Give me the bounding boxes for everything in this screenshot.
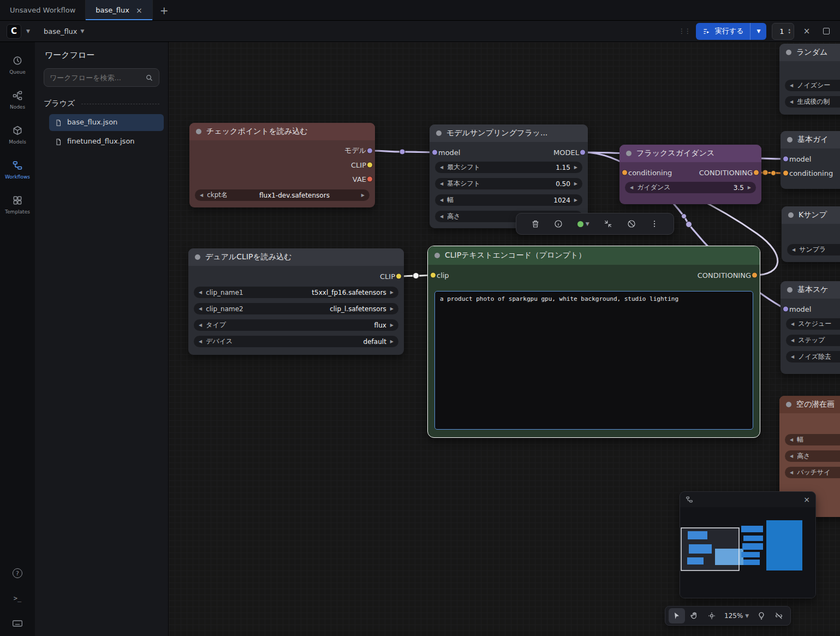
- conditioning-output-slot[interactable]: [752, 273, 757, 278]
- widget-denoise[interactable]: ◀ ノイズ除去: [786, 351, 840, 362]
- widget-noise-seed[interactable]: ◀ ノイズシー: [785, 80, 840, 91]
- workflow-file-item[interactable]: finetuned_flux.json: [49, 133, 164, 150]
- node-basic-guider[interactable]: 基本ガイ model conditioning: [781, 131, 840, 189]
- new-workflow-tab-button[interactable]: +: [153, 0, 176, 20]
- decrement-icon[interactable]: ◀: [440, 165, 443, 170]
- run-options-chevron-icon[interactable]: ▼: [750, 23, 766, 40]
- decrement-icon[interactable]: ◀: [199, 323, 202, 328]
- minimap-viewport[interactable]: [681, 528, 739, 570]
- terminal-button[interactable]: >_: [0, 586, 35, 611]
- conditioning-input-slot[interactable]: [622, 170, 627, 175]
- node-header[interactable]: フラックスガイダンス: [619, 145, 761, 162]
- decrement-icon[interactable]: ▾: [788, 31, 790, 34]
- decrement-icon[interactable]: ◀: [440, 214, 443, 219]
- increment-icon[interactable]: ▶: [361, 193, 365, 198]
- decrement-icon[interactable]: ◀: [791, 338, 794, 343]
- widget-guidance[interactable]: ◀ ガイダンス 3.5 ▶: [625, 182, 756, 193]
- node-header[interactable]: モデルサンプリングフラッ...: [430, 124, 588, 142]
- fit-view-button[interactable]: [704, 608, 720, 623]
- node-header[interactable]: 空の潜在画: [779, 396, 840, 413]
- decrement-icon[interactable]: ◀: [791, 322, 794, 326]
- widget-width[interactable]: ◀ 幅 1024 ▶: [435, 194, 582, 206]
- widget-device[interactable]: ◀ デバイス default ▶: [194, 336, 398, 347]
- prompt-text-input[interactable]: a product photo of sparkgpu gpu, white b…: [434, 291, 753, 430]
- decrement-icon[interactable]: ◀: [199, 306, 202, 311]
- tab-base-flux[interactable]: base_flux ×: [86, 0, 152, 20]
- collapse-node-button[interactable]: [604, 219, 612, 228]
- close-minimap-icon[interactable]: ×: [803, 495, 810, 504]
- node-flux-guidance[interactable]: フラックスガイダンス conditioning CONDITIONING ◀ ガ…: [619, 145, 761, 204]
- widget-batch-size[interactable]: ◀ バッチサイ: [785, 467, 840, 478]
- collapse-dot-icon[interactable]: [786, 50, 791, 55]
- node-header[interactable]: CLIPテキストエンコード（プロンプト）: [428, 246, 760, 265]
- collapse-dot-icon[interactable]: [196, 129, 201, 134]
- decrement-icon[interactable]: ◀: [790, 83, 793, 88]
- increment-icon[interactable]: ▶: [574, 181, 577, 186]
- comfyui-logo[interactable]: C: [7, 24, 21, 39]
- node-header[interactable]: ランダム: [779, 44, 840, 61]
- widget-sampler-name[interactable]: ◀ サンプラ: [787, 244, 840, 255]
- widget-scheduler[interactable]: ◀ スケジュー: [786, 318, 840, 330]
- vae-output-slot[interactable]: [367, 177, 372, 182]
- increment-icon[interactable]: ▶: [390, 290, 394, 295]
- widget-height[interactable]: ◀ 高さ: [785, 450, 840, 462]
- decrement-icon[interactable]: ◀: [791, 354, 794, 359]
- batch-stepper[interactable]: ▴▾: [788, 28, 790, 34]
- toggle-panel-button[interactable]: [819, 24, 833, 38]
- collapse-dot-icon[interactable]: [626, 151, 632, 156]
- conditioning-input-slot[interactable]: [783, 171, 788, 176]
- collapse-dot-icon[interactable]: [788, 212, 794, 218]
- model-input-slot[interactable]: [783, 157, 788, 162]
- collapse-dot-icon[interactable]: [195, 254, 200, 260]
- decrement-icon[interactable]: ◀: [792, 247, 795, 252]
- decrement-icon[interactable]: ◀: [200, 193, 203, 198]
- collapse-dot-icon[interactable]: [786, 402, 791, 407]
- drag-handle-icon[interactable]: ⋮⋮: [678, 27, 690, 35]
- node-basic-scheduler[interactable]: 基本スケ model ◀ スケジュー ◀ ステップ: [781, 281, 840, 374]
- widget-type[interactable]: ◀ タイプ flux ▶: [194, 319, 398, 331]
- node-canvas[interactable]: チェックポイントを読み込む モデル CLIP VAE: [169, 42, 840, 636]
- logo-chevron-down-icon[interactable]: ▼: [26, 28, 30, 34]
- widget-control-after-generate[interactable]: ◀ 生成後の制: [785, 96, 840, 108]
- model-output-slot[interactable]: [580, 150, 585, 155]
- decrement-icon[interactable]: ◀: [440, 198, 443, 203]
- node-header[interactable]: チェックポイントを読み込む: [189, 123, 375, 140]
- decrement-icon[interactable]: ◀: [199, 290, 202, 295]
- workflow-file-item[interactable]: base_flux.json: [49, 114, 164, 131]
- sidebar-item-workflows[interactable]: Workflows: [0, 152, 35, 187]
- clip-output-slot[interactable]: [367, 163, 372, 168]
- clip-output-slot[interactable]: [396, 274, 401, 279]
- node-clip-text-encode[interactable]: CLIPテキストエンコード（プロンプト） clip CONDITIONING a…: [427, 246, 760, 438]
- run-button[interactable]: 実行する ▼: [696, 23, 767, 40]
- delete-node-button[interactable]: [531, 219, 540, 228]
- batch-count-control[interactable]: 1 ▴▾: [772, 23, 794, 40]
- workflow-search-input[interactable]: [50, 74, 141, 82]
- node-header[interactable]: Kサンプ: [782, 206, 840, 224]
- close-tab-icon[interactable]: ×: [136, 7, 142, 14]
- sidebar-item-nodes[interactable]: Nodes: [0, 82, 35, 117]
- sidebar-item-templates[interactable]: Templates: [0, 187, 35, 222]
- sidebar-item-queue[interactable]: Queue: [0, 47, 35, 82]
- widget-ckpt-name[interactable]: ◀ ckpt名 flux1-dev.safetensors ▶: [195, 189, 370, 201]
- increment-icon[interactable]: ▶: [574, 198, 577, 203]
- select-tool-button[interactable]: [669, 608, 685, 623]
- node-random-noise[interactable]: ランダム ◀ ノイズシー ◀ 生成後の制: [779, 44, 840, 115]
- decrement-icon[interactable]: ◀: [790, 470, 793, 475]
- decrement-icon[interactable]: ◀: [440, 181, 443, 186]
- conditioning-output-slot[interactable]: [754, 170, 759, 175]
- widget-clip-name2[interactable]: ◀ clip_name2 clip_l.safetensors ▶: [194, 303, 398, 314]
- widget-base-shift[interactable]: ◀ 基本シフト 0.50 ▶: [435, 178, 582, 189]
- collapse-dot-icon[interactable]: [787, 137, 793, 142]
- tab-unsaved-workflow[interactable]: Unsaved Workflow: [0, 0, 86, 20]
- node-dual-clip-loader[interactable]: デュアルCLIPを読み込む CLIP ◀ clip_name1 t5xxl_fp…: [188, 248, 404, 355]
- widget-width[interactable]: ◀ 幅: [785, 434, 840, 445]
- collapse-dot-icon[interactable]: [434, 253, 440, 258]
- zoom-level-button[interactable]: 125% ▼: [721, 608, 752, 623]
- widget-clip-name1[interactable]: ◀ clip_name1 t5xxl_fp16.safetensors ▶: [194, 287, 398, 298]
- workflow-search[interactable]: [44, 68, 159, 87]
- clip-input-slot[interactable]: [431, 273, 436, 278]
- help-button[interactable]: ?: [0, 561, 35, 586]
- decrement-icon[interactable]: ◀: [790, 454, 793, 459]
- model-output-slot[interactable]: [367, 148, 372, 153]
- toggle-theme-button[interactable]: [753, 608, 770, 623]
